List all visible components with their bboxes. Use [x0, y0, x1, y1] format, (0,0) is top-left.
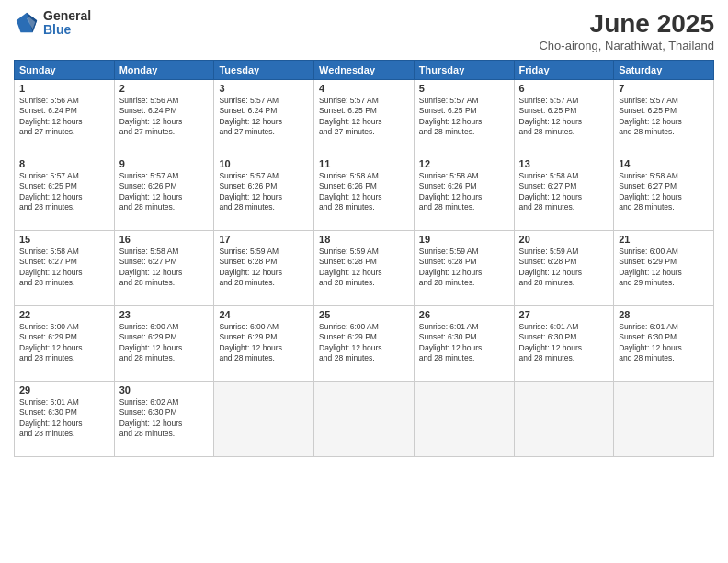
list-item: 20Sunrise: 5:59 AMSunset: 6:28 PMDayligh… — [514, 231, 614, 306]
col-sunday: Sunday — [15, 61, 115, 80]
table-row: 29Sunrise: 6:01 AMSunset: 6:30 PMDayligh… — [15, 382, 714, 457]
logo-blue-text: Blue — [43, 23, 91, 37]
table-row: 15Sunrise: 5:58 AMSunset: 6:27 PMDayligh… — [15, 231, 714, 306]
list-item — [614, 382, 714, 457]
col-saturday: Saturday — [614, 61, 714, 80]
col-tuesday: Tuesday — [214, 61, 314, 80]
subtitle: Cho-airong, Narathiwat, Thailand — [539, 39, 714, 52]
list-item: 27Sunrise: 6:01 AMSunset: 6:30 PMDayligh… — [514, 306, 614, 382]
list-item: 4Sunrise: 5:57 AMSunset: 6:25 PMDaylight… — [314, 80, 415, 155]
list-item: 16Sunrise: 5:58 AMSunset: 6:27 PMDayligh… — [114, 231, 214, 306]
list-item: 3Sunrise: 5:57 AMSunset: 6:24 PMDaylight… — [214, 80, 314, 155]
calendar-header-row: Sunday Monday Tuesday Wednesday Thursday… — [15, 61, 714, 80]
calendar-body: 1Sunrise: 5:56 AMSunset: 6:24 PMDaylight… — [15, 80, 714, 457]
main-title: June 2025 — [539, 9, 714, 39]
list-item: 5Sunrise: 5:57 AMSunset: 6:25 PMDaylight… — [414, 80, 514, 155]
list-item: 30Sunrise: 6:02 AMSunset: 6:30 PMDayligh… — [114, 382, 214, 457]
list-item: 23Sunrise: 6:00 AMSunset: 6:29 PMDayligh… — [114, 306, 214, 382]
col-friday: Friday — [514, 61, 614, 80]
header: General Blue June 2025 Cho-airong, Narat… — [14, 9, 714, 52]
title-block: June 2025 Cho-airong, Narathiwat, Thaila… — [539, 9, 714, 52]
list-item: 17Sunrise: 5:59 AMSunset: 6:28 PMDayligh… — [214, 231, 314, 306]
list-item: 2Sunrise: 5:56 AMSunset: 6:24 PMDaylight… — [114, 80, 214, 155]
table-row: 1Sunrise: 5:56 AMSunset: 6:24 PMDaylight… — [15, 80, 714, 155]
list-item: 29Sunrise: 6:01 AMSunset: 6:30 PMDayligh… — [15, 382, 115, 457]
table-row: 8Sunrise: 5:57 AMSunset: 6:25 PMDaylight… — [15, 155, 714, 231]
list-item: 12Sunrise: 5:58 AMSunset: 6:26 PMDayligh… — [414, 155, 514, 231]
list-item — [514, 382, 614, 457]
list-item: 21Sunrise: 6:00 AMSunset: 6:29 PMDayligh… — [614, 231, 714, 306]
logo-text: General Blue — [43, 9, 91, 38]
list-item — [214, 382, 314, 457]
list-item: 18Sunrise: 5:59 AMSunset: 6:28 PMDayligh… — [314, 231, 415, 306]
list-item: 9Sunrise: 5:57 AMSunset: 6:26 PMDaylight… — [114, 155, 214, 231]
logo: General Blue — [14, 9, 91, 38]
page: General Blue June 2025 Cho-airong, Narat… — [0, 0, 728, 563]
list-item — [314, 382, 415, 457]
list-item: 6Sunrise: 5:57 AMSunset: 6:25 PMDaylight… — [514, 80, 614, 155]
list-item: 22Sunrise: 6:00 AMSunset: 6:29 PMDayligh… — [15, 306, 115, 382]
list-item: 10Sunrise: 5:57 AMSunset: 6:26 PMDayligh… — [214, 155, 314, 231]
logo-icon — [14, 10, 40, 36]
table-row: 22Sunrise: 6:00 AMSunset: 6:29 PMDayligh… — [15, 306, 714, 382]
col-wednesday: Wednesday — [314, 61, 415, 80]
col-thursday: Thursday — [414, 61, 514, 80]
list-item: 15Sunrise: 5:58 AMSunset: 6:27 PMDayligh… — [15, 231, 115, 306]
list-item: 11Sunrise: 5:58 AMSunset: 6:26 PMDayligh… — [314, 155, 415, 231]
list-item: 8Sunrise: 5:57 AMSunset: 6:25 PMDaylight… — [15, 155, 115, 231]
list-item: 7Sunrise: 5:57 AMSunset: 6:25 PMDaylight… — [614, 80, 714, 155]
list-item: 26Sunrise: 6:01 AMSunset: 6:30 PMDayligh… — [414, 306, 514, 382]
list-item — [414, 382, 514, 457]
logo-general-text: General — [43, 9, 91, 23]
col-monday: Monday — [114, 61, 214, 80]
list-item: 25Sunrise: 6:00 AMSunset: 6:29 PMDayligh… — [314, 306, 415, 382]
list-item: 24Sunrise: 6:00 AMSunset: 6:29 PMDayligh… — [214, 306, 314, 382]
list-item: 19Sunrise: 5:59 AMSunset: 6:28 PMDayligh… — [414, 231, 514, 306]
list-item: 1Sunrise: 5:56 AMSunset: 6:24 PMDaylight… — [15, 80, 115, 155]
calendar: Sunday Monday Tuesday Wednesday Thursday… — [14, 60, 714, 457]
list-item: 28Sunrise: 6:01 AMSunset: 6:30 PMDayligh… — [614, 306, 714, 382]
list-item: 14Sunrise: 5:58 AMSunset: 6:27 PMDayligh… — [614, 155, 714, 231]
list-item: 13Sunrise: 5:58 AMSunset: 6:27 PMDayligh… — [514, 155, 614, 231]
